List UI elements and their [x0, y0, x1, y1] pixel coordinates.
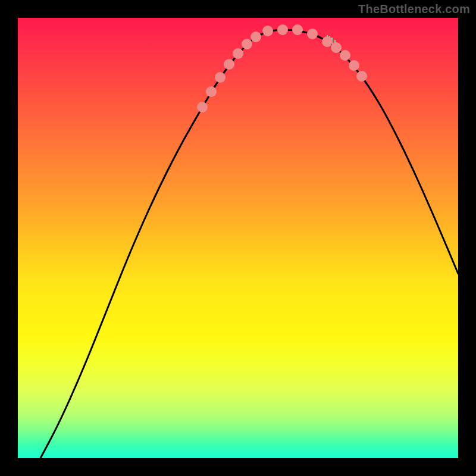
curve-marker	[250, 32, 261, 42]
curve-marker	[224, 59, 234, 70]
curve-marker	[262, 26, 273, 36]
curve-marker	[206, 86, 217, 97]
curve-marker	[322, 36, 333, 47]
curve-marker	[331, 42, 342, 53]
curve-marker	[215, 72, 226, 83]
curve-marker	[277, 24, 288, 35]
chart-svg	[18, 18, 458, 458]
curve-marker	[292, 24, 303, 35]
curve-markers	[197, 24, 367, 112]
curve-marker	[349, 60, 359, 71]
curve-marker	[356, 71, 367, 82]
curve-marker	[242, 39, 252, 49]
plot-area	[18, 18, 458, 458]
curve-marker	[233, 48, 243, 59]
chart-frame: TheBottleneck.com	[0, 0, 476, 476]
watermark-text: TheBottleneck.com	[358, 2, 470, 16]
curve-marker	[340, 50, 350, 61]
bottleneck-curve	[40, 30, 458, 458]
curve-marker	[197, 102, 208, 112]
curve-marker	[307, 29, 318, 39]
